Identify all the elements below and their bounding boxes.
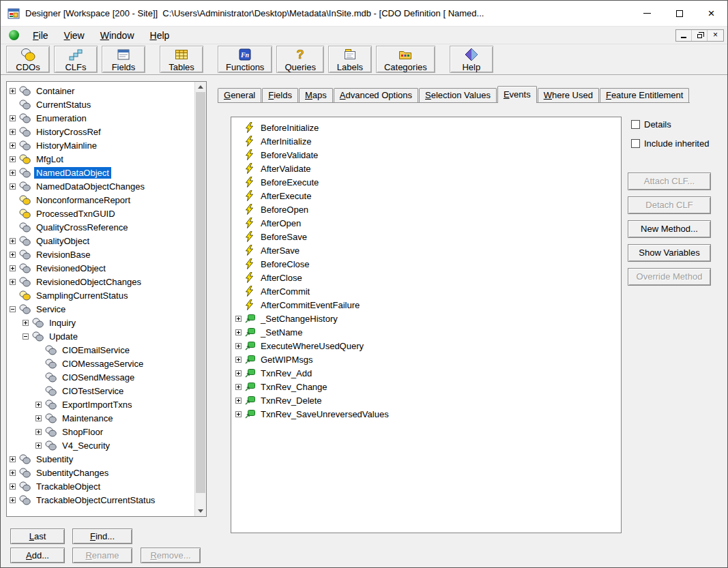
tree-plus-expander-icon[interactable] xyxy=(10,238,17,244)
tree-item[interactable]: ProcessedTxnGUID xyxy=(7,207,194,220)
tree-plus-expander-icon[interactable] xyxy=(10,470,17,476)
tree-item[interactable]: QualityObject xyxy=(7,234,194,248)
tab-general[interactable]: General xyxy=(218,88,261,102)
tree-plus-expander-icon[interactable] xyxy=(10,279,17,285)
tree-item[interactable]: Enumeration xyxy=(7,111,194,125)
tree-minus-expander-icon[interactable] xyxy=(23,333,30,340)
include-inherited-checkbox[interactable]: Include inherited xyxy=(631,138,709,149)
event-item[interactable]: TxnRev_Add xyxy=(231,366,621,380)
event-item[interactable]: BeforeExecute xyxy=(231,175,621,189)
tree-plus-expander-icon[interactable] xyxy=(23,320,30,326)
event-plus-expander-icon[interactable] xyxy=(235,411,243,417)
tab-selection-values[interactable]: Selection Values xyxy=(419,88,497,102)
tree-item[interactable]: RevisionedObject xyxy=(7,261,194,275)
tree-item[interactable]: RevisionedObjectChanges xyxy=(7,275,194,288)
mdi-close-button[interactable]: × xyxy=(708,30,723,41)
scroll-up-button[interactable] xyxy=(195,82,206,92)
titlebar[interactable]: Designer [Workspace [200 - Site]] C:\Use… xyxy=(1,1,727,27)
document-system-icon[interactable] xyxy=(9,30,19,40)
tree-item[interactable]: CIOMessageService xyxy=(7,357,194,370)
tree-plus-expander-icon[interactable] xyxy=(35,415,43,421)
tree-plus-expander-icon[interactable] xyxy=(10,456,17,462)
tree-item[interactable]: CIOSendMessage xyxy=(7,370,194,384)
detach-clf-button[interactable]: Detach CLF xyxy=(628,196,711,214)
tree-plus-expander-icon[interactable] xyxy=(10,265,17,271)
tree-item[interactable]: ExportImportTxns xyxy=(7,398,194,411)
tree-item[interactable]: Maintenance xyxy=(7,411,194,425)
toolbar-cdos-button[interactable]: CDOs xyxy=(6,46,50,73)
tab-fields[interactable]: Fields xyxy=(262,88,298,102)
tree-item[interactable]: CIOEmailService xyxy=(7,343,194,357)
override-method-button[interactable]: Override Method xyxy=(628,268,711,286)
menu-view[interactable]: View xyxy=(57,29,91,42)
details-checkbox[interactable]: Details xyxy=(631,119,709,130)
tree-item[interactable]: CurrentStatus xyxy=(7,98,194,111)
tab-advanced-options[interactable]: Advanced Options xyxy=(334,88,418,102)
tree-item[interactable]: NamedDataObject xyxy=(7,166,194,179)
event-plus-expander-icon[interactable] xyxy=(235,370,243,376)
tree-item[interactable]: MfgLot xyxy=(7,152,194,166)
event-item[interactable]: TxnRev_Change xyxy=(231,380,621,393)
event-plus-expander-icon[interactable] xyxy=(235,398,243,404)
tree-item[interactable]: QualityCrossReference xyxy=(7,220,194,234)
menu-file[interactable]: File xyxy=(26,29,55,42)
toolbar-fields-button[interactable]: Fields xyxy=(102,46,145,73)
tree-plus-expander-icon[interactable] xyxy=(35,402,43,408)
tab-feature-entitlement[interactable]: Feature Entitlement xyxy=(600,88,689,102)
mdi-minimize-button[interactable] xyxy=(676,30,692,41)
tab-events[interactable]: Events xyxy=(497,86,537,103)
event-item[interactable]: BeforeOpen xyxy=(231,203,621,216)
tree-item[interactable]: ShopFloor xyxy=(7,425,194,438)
tree-plus-expander-icon[interactable] xyxy=(10,156,17,162)
toolbar-functions-button[interactable]: FnFunctions xyxy=(218,46,272,73)
tree-item[interactable]: HistoryCrossRef xyxy=(7,125,194,138)
menu-window[interactable]: Window xyxy=(93,29,141,42)
mdi-restore-button[interactable] xyxy=(692,30,708,41)
event-plus-expander-icon[interactable] xyxy=(235,384,243,390)
tree-item[interactable]: TrackableObjectCurrentStatus xyxy=(7,493,194,507)
event-item[interactable]: BeforeClose xyxy=(231,257,621,271)
event-item[interactable]: GetWIPMsgs xyxy=(231,353,621,366)
remove-button[interactable]: Remove... xyxy=(141,548,201,563)
tree-item[interactable]: RevisionBase xyxy=(7,248,194,261)
tree-plus-expander-icon[interactable] xyxy=(35,429,43,435)
event-item[interactable]: AfterInitialize xyxy=(231,134,621,148)
event-plus-expander-icon[interactable] xyxy=(235,357,243,363)
event-item[interactable]: AfterExecute xyxy=(231,189,621,203)
tree-plus-expander-icon[interactable] xyxy=(10,170,17,176)
event-plus-expander-icon[interactable] xyxy=(235,316,243,322)
tree-item[interactable]: HistoryMainline xyxy=(7,138,194,152)
toolbar-queries-button[interactable]: ?Queries xyxy=(276,46,324,73)
tree-scrollbar[interactable] xyxy=(194,82,206,516)
event-item[interactable]: AfterValidate xyxy=(231,162,621,175)
close-button[interactable]: × xyxy=(695,1,727,26)
event-item[interactable]: AfterCommit xyxy=(231,284,621,298)
event-plus-expander-icon[interactable] xyxy=(235,329,243,335)
event-item[interactable]: AfterCommitEventFailure xyxy=(231,298,621,312)
tree-item[interactable]: NamedDataObjectChanges xyxy=(7,179,194,193)
find-button[interactable]: Find... xyxy=(72,528,132,544)
tree-item[interactable]: Inquiry xyxy=(7,316,194,329)
tree-item[interactable]: Update xyxy=(7,329,194,343)
event-item[interactable]: AfterSave xyxy=(231,243,621,257)
tree-plus-expander-icon[interactable] xyxy=(10,497,17,503)
tree-plus-expander-icon[interactable] xyxy=(10,115,17,121)
tree-item[interactable]: TrackableObject xyxy=(7,479,194,493)
checkbox-icon[interactable] xyxy=(631,120,640,129)
event-item[interactable]: AfterOpen xyxy=(231,216,621,230)
tree-item[interactable]: Container xyxy=(7,84,194,98)
toolbar-labels-button[interactable]: Labels xyxy=(328,46,372,73)
event-item[interactable]: BeforeInitialize xyxy=(231,121,621,134)
minimize-button[interactable] xyxy=(631,1,663,26)
attach-clf-button[interactable]: Attach CLF... xyxy=(628,173,711,190)
event-item[interactable]: BeforeSave xyxy=(231,230,621,243)
scrollbar-thumb[interactable] xyxy=(196,92,205,493)
tab-where-used[interactable]: Where Used xyxy=(538,88,599,102)
tree-plus-expander-icon[interactable] xyxy=(10,143,17,149)
show-variables-button[interactable]: Show Variables xyxy=(628,244,711,262)
tree-plus-expander-icon[interactable] xyxy=(10,483,17,490)
toolbar-categories-button[interactable]: Categories xyxy=(376,46,435,73)
event-item[interactable]: ExecuteWhereUsedQuery xyxy=(231,339,621,353)
event-item[interactable]: TxnRev_Delete xyxy=(231,393,621,407)
tree-plus-expander-icon[interactable] xyxy=(10,252,17,258)
